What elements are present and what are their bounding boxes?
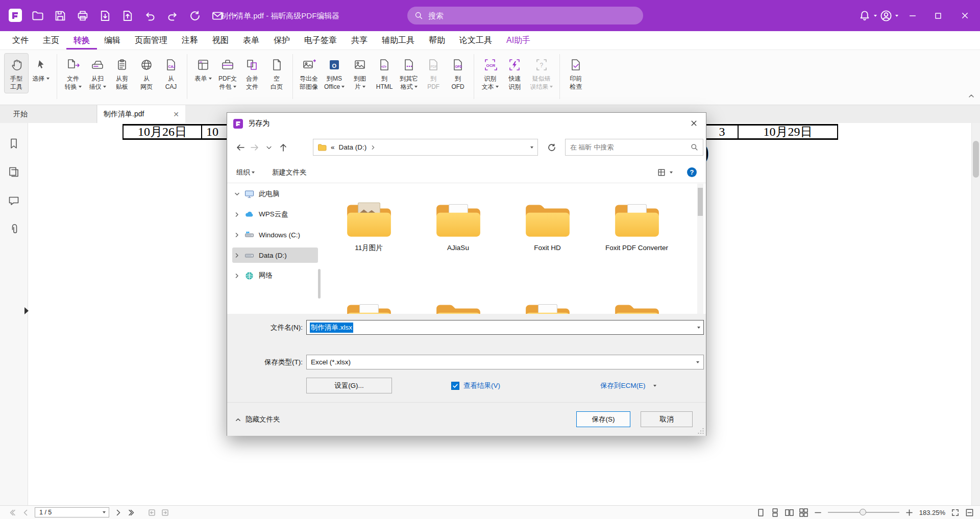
- zoom-in-icon[interactable]: [905, 508, 914, 517]
- scrollbar-thumb[interactable]: [973, 141, 979, 178]
- account-avatar-icon[interactable]: [880, 10, 892, 22]
- to-html-button[interactable]: </>到HTML: [372, 53, 397, 93]
- preflight-button[interactable]: 印前检查: [564, 53, 588, 93]
- tab-help[interactable]: 帮助: [422, 31, 452, 50]
- tab-edit[interactable]: 编辑: [97, 31, 128, 50]
- facing-view-icon[interactable]: [785, 508, 794, 517]
- folder-item[interactable]: 11月图片: [324, 200, 413, 300]
- tab-protect[interactable]: 保护: [266, 31, 297, 50]
- pages-panel-icon[interactable]: [8, 166, 20, 178]
- tree-item-network[interactable]: 网络: [227, 265, 321, 286]
- close-tab-icon[interactable]: ✕: [173, 111, 179, 118]
- document-tab[interactable]: 制作清单.pdf✕: [97, 105, 185, 123]
- filename-dropdown-caret-icon[interactable]: [697, 327, 700, 329]
- save-type-caret-icon[interactable]: [696, 361, 699, 363]
- tab-ai-assistant[interactable]: AI助手: [499, 31, 537, 50]
- tree-item-this-pc[interactable]: 此电脑: [227, 184, 321, 204]
- folder-item[interactable]: Foxit PDF Converter: [592, 200, 681, 300]
- zoom-out-icon[interactable]: [814, 508, 822, 517]
- tree-item-wps-cloud[interactable]: WPS云盘: [227, 204, 321, 225]
- search-input[interactable]: [428, 11, 636, 20]
- tab-form[interactable]: 表单: [236, 31, 266, 50]
- recent-locations-caret-icon[interactable]: [262, 140, 276, 155]
- first-page-icon[interactable]: [8, 508, 17, 517]
- chevron-right-icon[interactable]: [234, 253, 240, 258]
- to-ms-office-button[interactable]: O到MSOffice: [321, 53, 348, 93]
- address-bar[interactable]: « Data (D:): [313, 139, 538, 156]
- export-all-images-button[interactable]: 导出全部图像: [297, 53, 321, 93]
- notifications-bell-icon[interactable]: [859, 10, 871, 22]
- scrollbar-thumb[interactable]: [698, 188, 703, 216]
- collapse-ribbon-chevron-icon[interactable]: [968, 92, 975, 100]
- start-page-tab[interactable]: 开始: [0, 105, 97, 123]
- global-search-box[interactable]: [407, 7, 643, 24]
- scrollbar-thumb[interactable]: [318, 269, 321, 299]
- address-dropdown-caret-icon[interactable]: [530, 146, 533, 149]
- zoom-slider-thumb[interactable]: [860, 509, 866, 515]
- cancel-button[interactable]: 取消: [641, 411, 693, 427]
- save-type-select[interactable]: Excel (*.xlsx): [306, 355, 704, 369]
- from-caj-button[interactable]: CAJ从CAJ: [159, 53, 183, 93]
- to-ofd-button[interactable]: OFD到OFD: [446, 53, 470, 93]
- to-image-button[interactable]: 到图片: [348, 53, 372, 93]
- file-convert-button[interactable]: 文件转换: [61, 53, 85, 93]
- folder-item[interactable]: [413, 300, 503, 314]
- view-result-checkbox[interactable]: [451, 382, 459, 390]
- up-one-level-icon[interactable]: [276, 140, 290, 155]
- breadcrumb-location[interactable]: Data (D:): [339, 143, 367, 151]
- from-clipboard-button[interactable]: 从剪贴板: [110, 53, 134, 93]
- fit-page-icon[interactable]: [965, 508, 974, 517]
- help-icon[interactable]: ?: [687, 167, 697, 177]
- resize-grip[interactable]: [697, 427, 704, 434]
- refresh-icon[interactable]: [189, 10, 201, 22]
- chevron-right-icon[interactable]: [234, 232, 240, 238]
- redo-icon[interactable]: [166, 10, 179, 22]
- pdf-portfolio-button[interactable]: PDF文件包: [215, 53, 240, 93]
- tab-file[interactable]: 文件: [5, 31, 36, 50]
- combine-files-button[interactable]: 合并文件: [240, 53, 264, 93]
- dialog-titlebar[interactable]: 另存为: [227, 113, 706, 134]
- view-result-label[interactable]: 查看结果(V): [463, 381, 500, 390]
- chevron-right-icon[interactable]: [234, 212, 240, 217]
- ocr-text-button[interactable]: OCR识别文本: [478, 53, 502, 93]
- hide-folders-button[interactable]: 隐藏文件夹: [235, 403, 280, 436]
- close-button[interactable]: [952, 0, 977, 31]
- save-to-ecm-button[interactable]: 保存到ECM(E): [600, 381, 646, 390]
- account-caret-icon[interactable]: [895, 15, 898, 17]
- single-page-view-icon[interactable]: [756, 508, 765, 517]
- tree-item-windows-c[interactable]: Windows (C:): [227, 225, 321, 245]
- ecm-caret-icon[interactable]: [653, 385, 656, 387]
- tab-share[interactable]: 共享: [344, 31, 375, 50]
- open-file-icon[interactable]: [32, 10, 44, 22]
- from-scanner-button[interactable]: 从扫描仪: [85, 53, 110, 93]
- new-folder-button[interactable]: 新建文件夹: [272, 168, 307, 177]
- form-button[interactable]: 表单: [191, 53, 215, 85]
- import-doc-icon[interactable]: [121, 10, 134, 22]
- folder-item[interactable]: Foxit HD: [503, 200, 592, 300]
- zoom-slider[interactable]: [828, 506, 899, 519]
- breadcrumb-chevron-icon[interactable]: [371, 145, 376, 150]
- previous-page-icon[interactable]: [21, 508, 30, 517]
- print-icon[interactable]: [77, 10, 89, 22]
- page-number-box[interactable]: 1 / 5: [35, 507, 109, 517]
- tab-comment[interactable]: 注释: [175, 31, 205, 50]
- dialog-search-input[interactable]: [570, 143, 687, 151]
- to-other-formats-button[interactable]: 到其它格式: [397, 53, 421, 93]
- expand-panel-arrow-icon[interactable]: [24, 307, 29, 314]
- tree-scrollbar[interactable]: [318, 184, 321, 314]
- facing-continuous-view-icon[interactable]: [799, 508, 808, 517]
- fullscreen-icon[interactable]: [951, 508, 960, 517]
- folder-item[interactable]: [324, 300, 413, 314]
- change-view-button[interactable]: [657, 168, 673, 177]
- undo-icon[interactable]: [144, 10, 156, 22]
- export-doc-icon[interactable]: [99, 10, 111, 22]
- tab-page-management[interactable]: 页面管理: [128, 31, 175, 50]
- tab-esign[interactable]: 电子签章: [297, 31, 344, 50]
- page-dropdown-caret-icon[interactable]: [103, 511, 106, 513]
- folder-item[interactable]: [503, 300, 592, 314]
- select-tool-button[interactable]: 选择: [29, 53, 53, 85]
- filename-input[interactable]: 制作清单.xlsx: [306, 320, 704, 335]
- refresh-address-icon[interactable]: [545, 140, 559, 155]
- maximize-button[interactable]: [926, 0, 950, 31]
- continuous-view-icon[interactable]: [771, 508, 779, 517]
